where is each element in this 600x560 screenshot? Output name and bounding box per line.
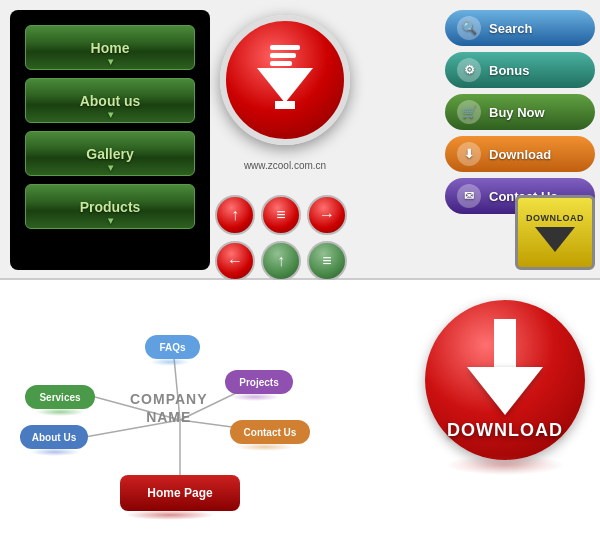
arrow-left-red[interactable]: ← [215, 241, 255, 281]
yellow-download-box[interactable]: DOWNLOAD [515, 195, 595, 270]
big-download-label: DOWNLOAD [447, 420, 563, 441]
home-page-node[interactable]: Home Page [120, 475, 240, 511]
contact-icon: ✉ [457, 184, 481, 208]
company-diagram: COMPANYNAME Services About Us FAQs Proje… [10, 290, 350, 550]
bottom-section: COMPANYNAME Services About Us FAQs Proje… [0, 280, 600, 560]
download-arrow-icon [255, 45, 315, 115]
search-icon: 🔍 [457, 16, 481, 40]
bonus-button[interactable]: ⚙ Bonus [445, 52, 595, 88]
projects-node[interactable]: Projects [225, 370, 293, 394]
arrow-grid-red[interactable]: ≡ [261, 195, 301, 235]
nav-panel: Home About us Gallery Products [10, 10, 210, 270]
nav-gallery[interactable]: Gallery [25, 131, 195, 176]
contact-us-node[interactable]: Contact Us [230, 420, 310, 444]
bonus-icon: ⚙ [457, 58, 481, 82]
download-arrow-wrapper [467, 319, 543, 415]
nav-home[interactable]: Home [25, 25, 195, 70]
arrow-up-green[interactable]: ↑ [261, 241, 301, 281]
nav-about[interactable]: About us [25, 78, 195, 123]
arrow-stem [494, 319, 516, 369]
faqs-node[interactable]: FAQs [145, 335, 200, 359]
buy-now-button[interactable]: 🛒 Buy Now [445, 94, 595, 130]
yellow-download-label: DOWNLOAD [526, 213, 584, 223]
big-arrow-down-icon [467, 367, 543, 415]
services-node[interactable]: Services [25, 385, 95, 409]
arrow-up-red[interactable]: ↑ [215, 195, 255, 235]
arrow-grid-green[interactable]: ≡ [307, 241, 347, 281]
nav-products[interactable]: Products [25, 184, 195, 229]
big-download-button-2[interactable]: DOWNLOAD [425, 300, 585, 460]
download-button-right[interactable]: ⬇ Download [445, 136, 595, 172]
top-section: Home About us Gallery Products www.zcool… [0, 0, 600, 280]
big-download-button[interactable] [220, 15, 350, 145]
search-button[interactable]: 🔍 Search [445, 10, 595, 46]
arrow-right-red[interactable]: → [307, 195, 347, 235]
about-us-node[interactable]: About Us [20, 425, 88, 449]
download-icon: ⬇ [457, 142, 481, 166]
right-buttons: 🔍 Search ⚙ Bonus 🛒 Buy Now ⬇ Download ✉ … [445, 10, 595, 214]
yellow-arrow-icon [535, 227, 575, 252]
url-label: www.zcool.com.cn [220, 160, 350, 171]
company-name-label: COMPANYNAME [130, 390, 208, 426]
cart-icon: 🛒 [457, 100, 481, 124]
